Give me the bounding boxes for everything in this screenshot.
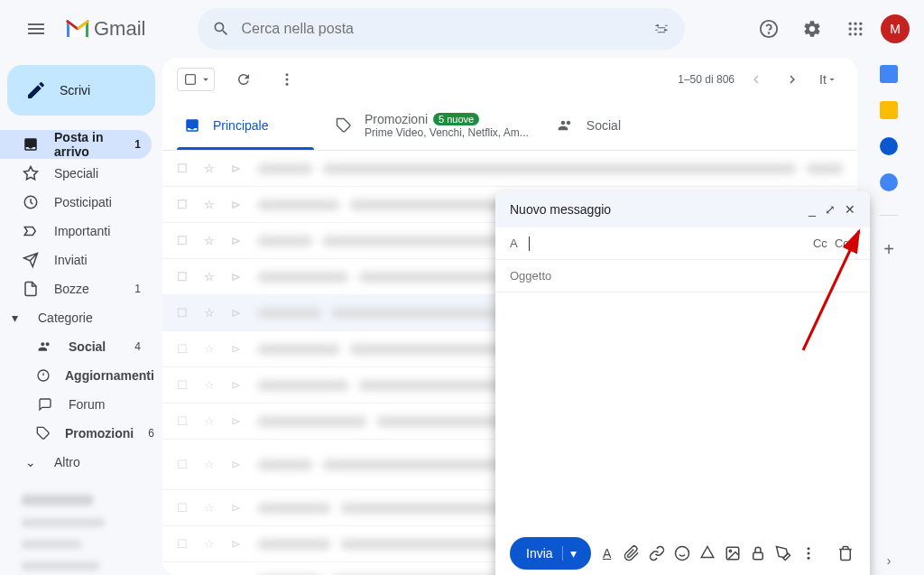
svg-point-23 bbox=[807, 547, 809, 550]
fullscreen-button[interactable]: ⤢ bbox=[825, 202, 836, 217]
sidebar-important[interactable]: Importanti bbox=[0, 217, 152, 246]
settings-button[interactable] bbox=[794, 11, 830, 47]
more-button[interactable] bbox=[273, 65, 301, 94]
tasks-icon[interactable] bbox=[880, 137, 898, 155]
help-button[interactable] bbox=[751, 11, 787, 47]
svg-point-11 bbox=[854, 32, 856, 35]
attach-icon[interactable] bbox=[624, 545, 642, 561]
svg-point-24 bbox=[807, 552, 809, 555]
sidebar-social[interactable]: Social 4 bbox=[0, 332, 152, 361]
svg-point-8 bbox=[854, 27, 856, 30]
gmail-logo: Gmail bbox=[65, 17, 145, 41]
send-icon bbox=[22, 252, 40, 268]
inbox-icon bbox=[184, 117, 200, 134]
inbox-icon bbox=[22, 136, 40, 153]
apps-button[interactable] bbox=[837, 11, 873, 47]
calendar-icon[interactable] bbox=[880, 65, 898, 83]
sidebar-drafts[interactable]: Bozze 1 bbox=[0, 274, 152, 303]
pencil-icon bbox=[25, 79, 47, 101]
search-input[interactable] bbox=[241, 21, 642, 37]
minimize-button[interactable]: _ bbox=[808, 202, 816, 217]
side-panel: + › bbox=[868, 58, 910, 575]
logo-text: Gmail bbox=[94, 17, 145, 41]
input-tools-button[interactable]: It bbox=[814, 65, 843, 94]
svg-rect-22 bbox=[753, 552, 762, 560]
subject-input[interactable] bbox=[510, 269, 855, 283]
drive-icon[interactable] bbox=[699, 545, 717, 561]
sidebar-forum[interactable]: Forum bbox=[0, 390, 152, 419]
image-icon[interactable] bbox=[725, 545, 743, 561]
ccn-button[interactable]: Ccn bbox=[835, 236, 855, 250]
svg-point-10 bbox=[849, 32, 852, 35]
pagination-text: 1–50 di 806 bbox=[678, 73, 735, 86]
compose-window: Nuovo messaggio _ ⤢ ✕ A Cc Ccn Invia ▾ A bbox=[495, 191, 870, 575]
tab-promo[interactable]: Promozioni 5 nuove Prime Video, Venchi, … bbox=[321, 101, 543, 150]
sidebar-sent[interactable]: Inviati bbox=[0, 246, 152, 274]
compose-title: Nuovo messaggio bbox=[510, 202, 611, 217]
info-icon bbox=[36, 368, 51, 383]
refresh-button[interactable] bbox=[229, 65, 258, 94]
sidebar-updates[interactable]: Aggiornamenti 5 bbox=[0, 361, 152, 390]
compose-body[interactable] bbox=[495, 292, 870, 532]
svg-point-1 bbox=[664, 29, 667, 32]
delete-draft-icon[interactable] bbox=[837, 545, 855, 561]
svg-point-3 bbox=[769, 32, 770, 33]
pen-icon[interactable] bbox=[775, 545, 793, 561]
sidebar-more[interactable]: ⌄ Altro bbox=[0, 448, 152, 477]
svg-point-0 bbox=[657, 24, 660, 27]
tag-icon bbox=[336, 117, 352, 134]
sidebar-promo[interactable]: Promozioni 6 bbox=[0, 419, 152, 448]
main-menu-button[interactable] bbox=[14, 7, 58, 51]
tab-primary[interactable]: Principale bbox=[170, 101, 321, 150]
forum-icon bbox=[36, 397, 54, 412]
cursor-indicator bbox=[529, 236, 530, 251]
svg-point-16 bbox=[286, 73, 289, 76]
sidebar-inbox[interactable]: Posta in arrivo 1 bbox=[0, 130, 152, 159]
chevron-down-icon: ⌄ bbox=[22, 455, 40, 469]
label-icon bbox=[22, 223, 40, 239]
svg-point-5 bbox=[854, 23, 856, 25]
chevron-down-icon: ▾ bbox=[5, 311, 23, 325]
emoji-icon[interactable] bbox=[674, 545, 692, 561]
cc-button[interactable]: Cc bbox=[813, 236, 827, 250]
svg-point-18 bbox=[286, 83, 289, 86]
tag-icon bbox=[36, 426, 51, 441]
search-bar[interactable] bbox=[198, 8, 685, 50]
close-button[interactable]: ✕ bbox=[845, 202, 855, 217]
keep-icon[interactable] bbox=[880, 101, 898, 119]
people-icon bbox=[36, 339, 54, 354]
link-icon[interactable] bbox=[649, 545, 667, 561]
compose-button[interactable]: Scrivi bbox=[7, 65, 155, 116]
draft-icon bbox=[22, 281, 40, 297]
tab-social[interactable]: Social bbox=[543, 101, 695, 150]
contacts-icon[interactable] bbox=[880, 173, 898, 191]
svg-rect-15 bbox=[186, 75, 196, 85]
page-prev-button[interactable] bbox=[742, 65, 771, 94]
add-addon-button[interactable]: + bbox=[883, 239, 894, 260]
avatar[interactable]: M bbox=[881, 14, 910, 43]
svg-point-6 bbox=[859, 23, 862, 25]
svg-point-7 bbox=[849, 27, 852, 30]
gmail-icon bbox=[65, 19, 90, 39]
sidebar-snoozed[interactable]: Posticipati bbox=[0, 188, 152, 217]
select-all-checkbox[interactable] bbox=[177, 68, 215, 91]
mail-row[interactable]: ☐☆⊳ bbox=[162, 151, 857, 187]
svg-point-17 bbox=[286, 79, 289, 81]
sidebar-starred[interactable]: Speciali bbox=[0, 159, 152, 188]
page-next-button[interactable] bbox=[778, 65, 807, 94]
star-icon bbox=[22, 165, 40, 181]
search-icon bbox=[212, 20, 230, 38]
send-button[interactable]: Invia ▾ bbox=[510, 537, 591, 570]
svg-point-25 bbox=[807, 557, 809, 560]
collapse-panel-button[interactable]: › bbox=[887, 553, 892, 568]
lock-icon[interactable] bbox=[750, 545, 768, 561]
svg-point-9 bbox=[859, 27, 862, 30]
more-compose-icon[interactable] bbox=[800, 545, 818, 561]
to-label: A bbox=[510, 236, 518, 250]
format-icon[interactable]: A bbox=[598, 546, 616, 561]
search-options-icon[interactable] bbox=[652, 20, 670, 38]
sidebar-categories[interactable]: ▾ Categorie bbox=[0, 303, 152, 332]
svg-point-12 bbox=[859, 32, 862, 35]
people-icon bbox=[558, 117, 574, 134]
svg-point-4 bbox=[849, 23, 852, 25]
